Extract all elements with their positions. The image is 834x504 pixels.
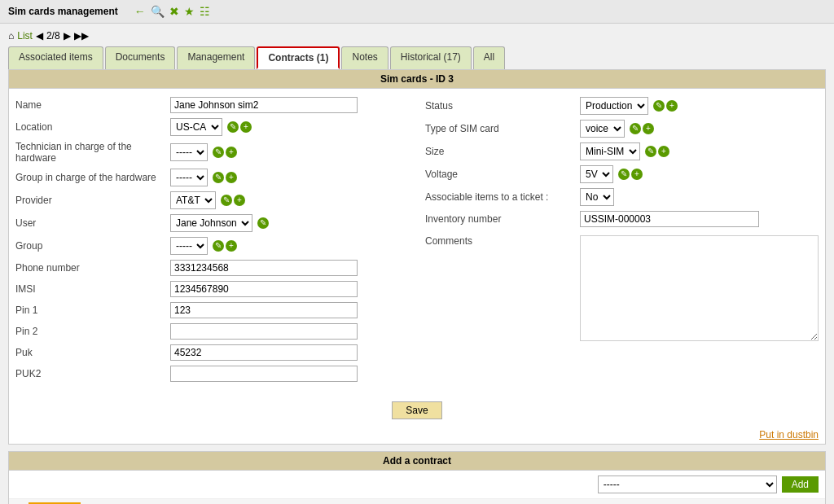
provider-select[interactable]: AT&T [170,191,216,209]
technician-control: ----- ✎ + [170,143,409,161]
voltage-add-btn[interactable]: + [631,169,643,180]
name-input[interactable] [170,97,358,113]
inventory-input[interactable] [580,211,759,227]
user-label: User [15,217,170,229]
name-label: Name [15,99,170,111]
phone-label: Phone number [15,262,170,274]
tab-associated-items[interactable]: Associated items [8,46,103,69]
imsi-input[interactable] [170,281,358,297]
phone-input[interactable] [170,260,358,276]
group-hardware-add-btn[interactable]: + [226,172,237,183]
technician-row: Technician in charge of the hardware ---… [15,141,409,164]
inventory-label: Inventory number [425,213,580,225]
tab-historical[interactable]: Historical (17) [390,46,472,69]
phone-control [170,260,409,276]
location-label: Location [15,121,170,133]
delete-icon[interactable]: ✖ [169,5,179,18]
contract-section: Add a contract ----- Add ↻ Actions Name … [8,451,826,504]
user-control: Jane Johnson ✎ [170,214,409,232]
save-button[interactable]: Save [392,401,441,419]
user-edit-btn[interactable]: ✎ [257,217,269,229]
voltage-select[interactable]: 5V [580,165,613,183]
location-select[interactable]: US-CA [170,118,222,136]
pin2-label: Pin 2 [15,326,170,337]
pin2-input[interactable] [170,323,358,340]
comments-label: Comments [425,235,580,247]
group-edit-btn[interactable]: ✎ [213,240,224,252]
pin1-control [170,302,409,318]
voltage-label: Voltage [425,169,580,180]
size-control: Mini-SIM ✎ + [580,142,819,160]
tab-contracts[interactable]: Contracts (1) [257,46,340,69]
location-row: Location US-CA ✎ + [15,118,409,136]
form-left-col: Name Location US-CA ✎ + [15,97,409,387]
contract-dropdown[interactable]: ----- [598,476,777,493]
puk-input[interactable] [170,344,358,361]
toolbar-icons: ← 🔍 ✖ ★ ☷ [134,5,210,18]
status-edit-btn[interactable]: ✎ [653,100,665,112]
nav-prev-icon[interactable]: ◀ [36,30,43,42]
tab-all[interactable]: All [473,46,505,69]
location-add-btn[interactable]: + [240,121,252,133]
puk-row: Puk [15,344,409,361]
location-control: US-CA ✎ + [170,118,409,136]
group-hardware-select[interactable]: ----- [170,169,208,186]
status-select[interactable]: Production [580,97,648,115]
size-row: Size Mini-SIM ✎ + [425,142,819,160]
status-row: Status Production ✎ + [425,97,819,115]
provider-edit-btn[interactable]: ✎ [221,195,232,206]
technician-add-btn[interactable]: + [226,147,237,158]
group-label: Group [15,240,170,252]
comments-textarea[interactable] [580,235,819,341]
puk-control [170,344,409,361]
put-in-dustbin-button[interactable]: Put in dustbin [759,429,819,440]
group-add-btn[interactable]: + [226,240,237,252]
nav-next-icon[interactable]: ▶ [64,30,71,42]
search-icon[interactable]: 🔍 [151,5,165,18]
pin1-row: Pin 1 [15,302,409,318]
provider-label: Provider [15,195,170,206]
tab-management[interactable]: Management [177,46,255,69]
provider-control: AT&T ✎ + [170,191,409,209]
status-add-btn[interactable]: + [666,100,678,112]
puk2-input[interactable] [170,366,358,382]
size-select[interactable]: Mini-SIM [580,142,640,160]
group-hardware-control: ----- ✎ + [170,169,409,186]
simtype-select[interactable]: voice [580,120,625,138]
save-row: Save [9,395,825,426]
name-control [170,97,409,113]
back-icon[interactable]: ← [134,5,146,18]
pin1-input[interactable] [170,302,358,318]
provider-add-btn[interactable]: + [234,195,245,206]
group-hardware-edit-btn[interactable]: ✎ [213,172,224,183]
voltage-control: 5V ✎ + [580,165,819,183]
voltage-edit-btn[interactable]: ✎ [618,169,630,180]
size-add-btn[interactable]: + [658,146,669,157]
form-area: Name Location US-CA ✎ + [9,89,825,395]
group-select[interactable]: ----- [170,237,208,255]
add-contract-button[interactable]: Add [782,476,819,493]
nav-page-info: 2/8 [46,30,60,42]
technician-select[interactable]: ----- [170,143,208,161]
size-edit-btn[interactable]: ✎ [645,146,656,157]
pin2-control [170,323,409,340]
status-label: Status [425,100,580,112]
location-edit-btn[interactable]: ✎ [227,121,239,133]
associable-select[interactable]: No [580,188,614,206]
grid-icon[interactable]: ☷ [200,5,210,18]
size-label: Size [425,146,580,157]
user-select[interactable]: Jane Johnson [170,214,252,232]
nav-bar: ⌂ List ◀ 2/8 ▶ ▶▶ [8,30,826,42]
technician-label: Technician in charge of the hardware [15,141,170,164]
tab-documents[interactable]: Documents [105,46,176,69]
simtype-edit-btn[interactable]: ✎ [630,123,641,134]
nav-last-icon[interactable]: ▶▶ [74,30,89,42]
comments-row: Comments [425,235,819,341]
star-icon[interactable]: ★ [184,5,195,18]
technician-edit-btn[interactable]: ✎ [213,147,224,158]
tab-notes[interactable]: Notes [341,46,388,69]
app-title: Sim cards management [8,6,118,17]
list-link[interactable]: List [17,30,33,42]
simtype-add-btn[interactable]: + [643,123,654,134]
group-hardware-label: Group in charge of the hardware [15,172,170,183]
